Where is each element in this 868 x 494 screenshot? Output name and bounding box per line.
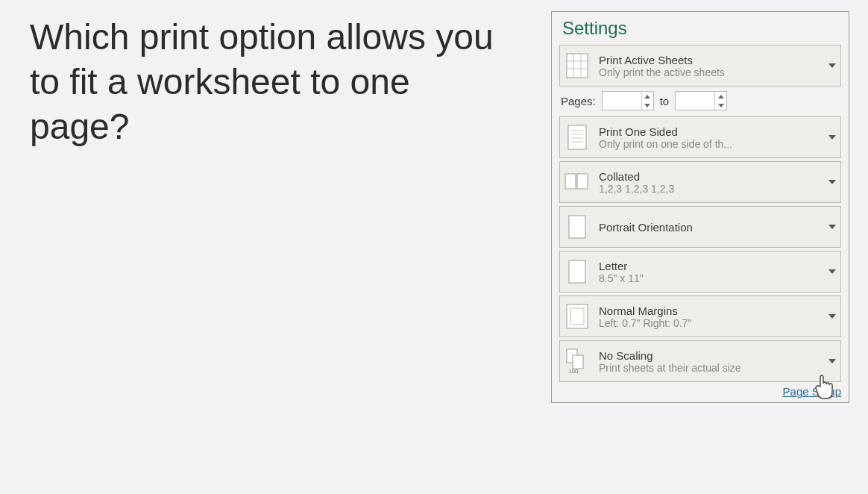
collate-sub: 1,2,3 1,2,3 1,2,3 <box>599 183 824 195</box>
orientation-dropdown[interactable]: Portrait Orientation <box>559 206 841 248</box>
svg-text:100: 100 <box>568 368 579 375</box>
collate-label: Collated <box>599 170 824 183</box>
portrait-icon <box>564 212 590 242</box>
chevron-down-icon <box>828 63 836 68</box>
scaling-sub: Print sheets at their actual size <box>599 362 824 374</box>
sides-sub: Only print on one side of th... <box>599 138 824 150</box>
settings-heading: Settings <box>562 18 841 39</box>
spinner-down-icon[interactable] <box>715 101 726 110</box>
sides-label: Print One Sided <box>599 125 824 138</box>
paper-size-sub: 8.5" x 11" <box>599 272 824 284</box>
scaling-label: No Scaling <box>599 349 824 362</box>
chevron-down-icon <box>828 135 836 140</box>
collate-dropdown[interactable]: Collated 1,2,3 1,2,3 1,2,3 <box>559 161 841 203</box>
svg-rect-13 <box>569 260 585 283</box>
chevron-down-icon <box>828 180 836 184</box>
pages-label: Pages: <box>561 95 596 107</box>
print-what-dropdown[interactable]: Print Active Sheets Only print the activ… <box>559 45 841 87</box>
svg-rect-11 <box>577 174 588 189</box>
paper-icon <box>564 257 590 287</box>
sheets-icon <box>564 51 590 81</box>
orientation-label: Portrait Orientation <box>599 221 824 234</box>
margins-dropdown[interactable]: Normal Margins Left: 0.7" Right: 0.7" <box>559 296 841 337</box>
paper-size-dropdown[interactable]: Letter 8.5" x 11" <box>559 251 841 293</box>
spinner-up-icon[interactable] <box>715 92 726 101</box>
svg-rect-5 <box>568 125 586 149</box>
pages-row: Pages: to <box>561 91 840 110</box>
pages-to-label: to <box>660 95 670 107</box>
paper-size-label: Letter <box>599 260 824 272</box>
margins-sub: Left: 0.7" Right: 0.7" <box>599 317 824 329</box>
svg-rect-10 <box>565 174 576 189</box>
chevron-down-icon <box>828 359 836 363</box>
print-what-sub: Only print the active sheets <box>599 66 824 78</box>
page-setup-link[interactable]: Page Setup <box>783 385 841 398</box>
print-what-label: Print Active Sheets <box>599 54 824 66</box>
margins-label: Normal Margins <box>599 304 824 317</box>
svg-rect-0 <box>567 54 588 78</box>
chevron-down-icon <box>828 225 836 229</box>
svg-rect-17 <box>573 355 583 369</box>
svg-rect-12 <box>569 216 585 238</box>
scaling-icon: 100 <box>564 346 590 376</box>
pages-to-spinner[interactable] <box>675 91 727 110</box>
question-text: Which print option allows you to fit a w… <box>30 15 507 149</box>
spinner-down-icon[interactable] <box>642 101 653 110</box>
page-icon <box>564 122 590 152</box>
settings-panel: Settings Print Active Sheets Only print … <box>551 11 849 403</box>
margins-icon <box>564 301 590 331</box>
collate-icon <box>564 167 590 197</box>
chevron-down-icon <box>828 269 836 274</box>
chevron-down-icon <box>828 314 836 319</box>
spinner-up-icon[interactable] <box>642 92 653 101</box>
sides-dropdown[interactable]: Print One Sided Only print on one side o… <box>559 116 841 158</box>
pages-from-spinner[interactable] <box>602 91 654 110</box>
scaling-dropdown[interactable]: 100 No Scaling Print sheets at their act… <box>559 340 841 382</box>
